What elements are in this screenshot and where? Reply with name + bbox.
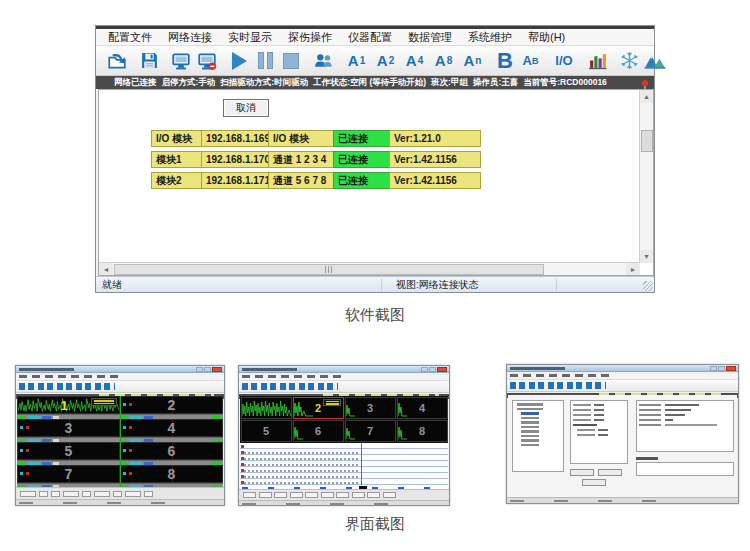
module-table-row[interactable]: I/O 模块 192.168.1.169 I/O 模块 已连接 Ver:1.21… — [151, 130, 480, 147]
toolbar-miniature[interactable] — [16, 381, 224, 393]
title-bar[interactable] — [507, 365, 738, 372]
tree-item[interactable] — [521, 439, 539, 442]
tree-item[interactable] — [521, 426, 539, 429]
channel-layout-button[interactable]: A1 — [342, 48, 371, 74]
title-bar[interactable] — [239, 366, 449, 373]
channel-layout-button[interactable]: An — [458, 48, 487, 74]
config-button[interactable] — [582, 479, 606, 486]
operators-button[interactable] — [310, 48, 336, 74]
vertical-scrollbar[interactable]: ▲ ▼ — [639, 90, 653, 263]
channel-number: 3 — [346, 398, 395, 418]
tree-item[interactable] — [521, 421, 539, 424]
menu-item[interactable]: 网络连接 — [160, 29, 220, 46]
close-button[interactable] — [212, 367, 222, 372]
menu-item[interactable]: 配置文件 — [100, 29, 160, 46]
status-strip-item: 网络已连接 — [114, 77, 157, 89]
open-file-button[interactable] — [104, 48, 130, 74]
channel-panel-8[interactable]: 8 — [120, 465, 223, 483]
tree-item[interactable] — [521, 417, 539, 420]
b-scan-button[interactable]: B — [493, 48, 517, 74]
tree-item-selected[interactable] — [521, 412, 539, 415]
ab-display-button[interactable]: AB — [517, 48, 544, 74]
cancel-button[interactable]: 取消 — [223, 99, 269, 117]
stop-icon — [283, 53, 299, 69]
tree-item[interactable] — [521, 444, 539, 447]
channel-panel-6[interactable]: 6 — [120, 442, 223, 460]
horizontal-scroll-thumb[interactable] — [114, 264, 544, 275]
minimize-button[interactable] — [196, 367, 203, 372]
description-textbox[interactable] — [636, 462, 734, 476]
window-title-text — [19, 368, 74, 371]
channel-layout-button[interactable]: A4 — [400, 48, 429, 74]
menu-item[interactable]: 实时显示 — [220, 29, 280, 46]
tree-item[interactable] — [521, 435, 539, 438]
channel-panel-2-active[interactable]: 2 — [293, 397, 344, 419]
channel-panel-1[interactable] — [241, 397, 292, 419]
channel-panel-3[interactable]: 3 — [345, 397, 396, 419]
channel-panel-4[interactable]: 4 — [397, 397, 448, 419]
tree-item[interactable] — [517, 408, 543, 411]
minimize-button[interactable] — [710, 366, 717, 371]
control-bar-miniature[interactable] — [239, 489, 449, 500]
channel-panel-1[interactable]: 1 — [17, 396, 120, 414]
channel-panel-5[interactable]: 5 — [17, 442, 120, 460]
parameter-list[interactable] — [570, 400, 628, 464]
scroll-left-arrow[interactable]: ◄ — [99, 263, 113, 275]
io-button[interactable]: I/O — [550, 48, 578, 74]
scroll-up-arrow[interactable]: ▲ — [640, 90, 653, 103]
scroll-right-arrow[interactable]: ► — [626, 263, 640, 275]
channel-number: 6 — [294, 421, 343, 441]
channel-panel-6[interactable]: 6 — [293, 420, 344, 442]
channel-panel-7[interactable]: 7 — [17, 465, 120, 483]
freeze-button[interactable] — [616, 48, 642, 74]
start-button[interactable] — [226, 48, 252, 74]
close-button[interactable] — [726, 366, 736, 371]
menu-item[interactable]: 数据管理 — [400, 29, 460, 46]
title-bar[interactable] — [16, 366, 224, 373]
status-strip-item: 操作员:王喜 — [473, 77, 518, 89]
channel-panel-3[interactable]: 3 — [17, 419, 120, 437]
channel-layout-button[interactable]: A2 — [371, 48, 400, 74]
menu-item[interactable]: 仪器配置 — [340, 29, 400, 46]
horizontal-scrollbar[interactable]: ◄ ► — [99, 262, 640, 275]
toolbar-miniature[interactable] — [239, 381, 449, 393]
module-name-cell: 模块1 — [151, 151, 202, 168]
channel-layout-button[interactable]: A8 — [429, 48, 458, 74]
control-bar-miniature[interactable] — [16, 487, 224, 499]
config-button[interactable] — [570, 469, 594, 476]
save-button[interactable] — [136, 48, 162, 74]
strip-chart-area[interactable] — [240, 443, 448, 485]
menu-item[interactable]: 系统维护 — [460, 29, 520, 46]
detail-property-table[interactable] — [636, 400, 734, 452]
spectrum-button[interactable] — [642, 48, 668, 74]
menu-item[interactable]: 探伤操作 — [280, 29, 340, 46]
toolbar-miniature[interactable] — [507, 380, 738, 392]
menu-item[interactable]: 帮助(H) — [520, 29, 573, 46]
maximize-button[interactable] — [429, 367, 436, 372]
module-tree[interactable] — [512, 400, 564, 472]
vertical-scroll-thumb[interactable] — [641, 130, 653, 152]
scroll-down-arrow[interactable]: ▼ — [640, 250, 653, 263]
resize-grip[interactable] — [643, 281, 653, 291]
channel-panel-2[interactable]: 2 — [120, 396, 223, 414]
channel-panel-8[interactable]: 8 — [397, 420, 448, 442]
network-disconnect-button[interactable] — [194, 48, 220, 74]
stop-button[interactable] — [278, 48, 304, 74]
close-button[interactable] — [437, 367, 447, 372]
module-ip-cell: 192.168.1.169 — [201, 130, 269, 147]
maximize-button[interactable] — [718, 366, 725, 371]
minimize-button[interactable] — [421, 367, 428, 372]
maximize-button[interactable] — [204, 367, 211, 372]
channel-panel-5[interactable]: 5 — [241, 420, 292, 442]
pause-button[interactable] — [252, 48, 278, 74]
tree-item[interactable] — [521, 430, 539, 433]
window-controls — [421, 367, 447, 372]
tree-item[interactable] — [517, 403, 543, 406]
statistics-button[interactable] — [584, 48, 610, 74]
network-connect-button[interactable] — [168, 48, 194, 74]
channel-panel-4[interactable]: 4 — [120, 419, 223, 437]
module-table-row[interactable]: 模块2 192.168.1.171 通道 5 6 7 8 已连接 Ver:1.4… — [151, 172, 480, 189]
module-table-row[interactable]: 模块1 192.168.1.170 通道 1 2 3 4 已连接 Ver:1.4… — [151, 151, 480, 168]
config-button[interactable] — [598, 469, 622, 476]
channel-panel-7[interactable]: 7 — [345, 420, 396, 442]
